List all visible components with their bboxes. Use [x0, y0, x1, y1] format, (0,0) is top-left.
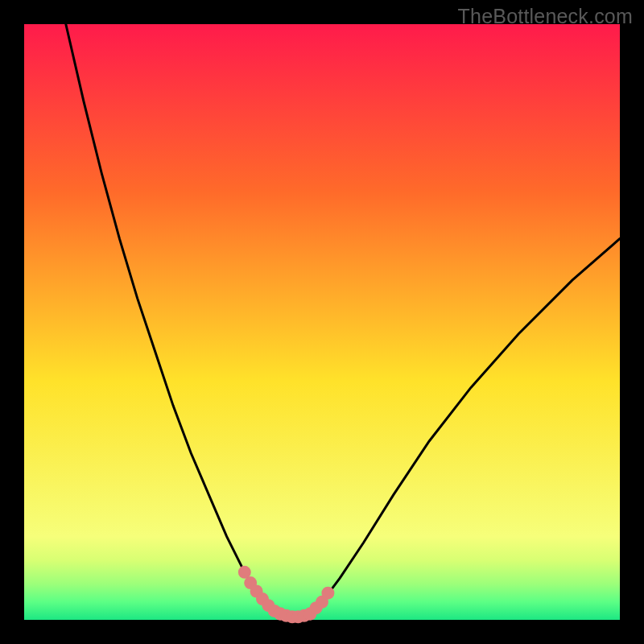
watermark-text: TheBottleneck.com — [458, 5, 633, 28]
chart-container: TheBottleneck.com — [0, 0, 644, 644]
marker-dot — [321, 587, 334, 600]
chart-svg — [0, 0, 644, 644]
